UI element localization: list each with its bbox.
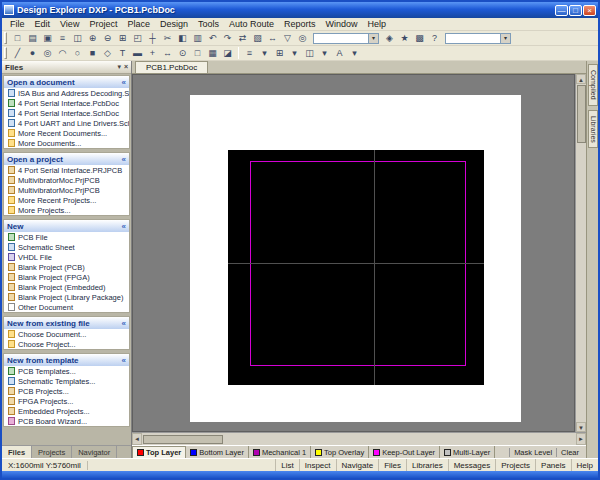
new-document-icon[interactable]: □: [10, 32, 25, 45]
undo-icon[interactable]: ↶: [205, 32, 220, 45]
arc-icon[interactable]: ◠: [55, 47, 70, 60]
move-object-icon[interactable]: ↔: [265, 32, 280, 45]
string-icon[interactable]: T: [115, 47, 130, 60]
list-item[interactable]: MultivibratorMoc.PrjPCB: [4, 175, 129, 185]
files-panel-header[interactable]: Files ▾ ×: [2, 61, 131, 74]
save-document-icon[interactable]: ▣: [40, 32, 55, 45]
open-document-icon[interactable]: ▤: [25, 32, 40, 45]
dropdown-arrow-icon[interactable]: ▾: [317, 47, 332, 60]
dock-tab[interactable]: Libraries: [588, 110, 598, 149]
layer-tab[interactable]: Keep-Out Layer: [369, 446, 440, 458]
status-bar-button[interactable]: Panels: [535, 459, 570, 471]
list-item[interactable]: ISA Bus and Address Decoding.SchDoc: [4, 88, 129, 98]
dropdown-arrow-icon[interactable]: ▾: [257, 47, 272, 60]
design-rules-icon[interactable]: ◈: [382, 32, 397, 45]
list-item[interactable]: Choose Document...: [4, 329, 129, 339]
origin-icon[interactable]: ⊙: [175, 47, 190, 60]
status-bar-button[interactable]: Inspect: [299, 459, 336, 471]
list-item[interactable]: Embedded Projects...: [4, 406, 129, 416]
status-bar-button[interactable]: Navigate: [336, 459, 379, 471]
line-icon[interactable]: ╱: [10, 47, 25, 60]
layer-tab[interactable]: Top Overlay: [311, 446, 369, 458]
grid-combo[interactable]: ▾: [313, 33, 379, 44]
chevron-down-icon[interactable]: ▾: [500, 34, 510, 43]
list-item[interactable]: Schematic Templates...: [4, 376, 129, 386]
dropdown-arrow-icon[interactable]: ▾: [347, 47, 362, 60]
status-bar-button[interactable]: Help: [571, 459, 598, 471]
fill-icon[interactable]: ■: [85, 47, 100, 60]
vertical-scrollbar[interactable]: ▲ ▼: [575, 74, 586, 432]
library-icon[interactable]: ▩: [412, 32, 427, 45]
close-icon[interactable]: ×: [124, 63, 128, 71]
title-bar[interactable]: Design Explorer DXP - PCB1.PcbDoc — □ ×: [2, 2, 598, 18]
component-icon[interactable]: ▬: [130, 47, 145, 60]
list-item[interactable]: PCB Projects...: [4, 386, 129, 396]
menu-item[interactable]: File: [5, 18, 30, 30]
list-item[interactable]: More Projects...: [4, 205, 129, 215]
print-icon[interactable]: ≡: [55, 32, 70, 45]
print-preview-icon[interactable]: ◫: [70, 32, 85, 45]
scroll-up-icon[interactable]: ▲: [576, 74, 586, 84]
toolbar-grip[interactable]: [4, 32, 7, 44]
list-item[interactable]: 4 Port UART and Line Drivers.SchDoc: [4, 118, 129, 128]
list-item[interactable]: More Recent Documents...: [4, 128, 129, 138]
list-item[interactable]: VHDL File: [4, 252, 129, 262]
grid-settings-icon[interactable]: ⊞: [272, 47, 287, 60]
mask-level-button[interactable]: Mask Level: [509, 448, 556, 457]
minimize-button[interactable]: —: [555, 5, 568, 16]
collapse-chevron-icon[interactable]: «: [122, 356, 126, 365]
toolbar-grip[interactable]: [4, 47, 7, 59]
list-item[interactable]: More Documents...: [4, 138, 129, 148]
select-area-icon[interactable]: ▧: [250, 32, 265, 45]
layer-tab[interactable]: Top Layer: [132, 446, 186, 458]
list-item[interactable]: FPGA Projects...: [4, 396, 129, 406]
menu-item[interactable]: Help: [363, 18, 392, 30]
annotate-icon[interactable]: A: [332, 47, 347, 60]
panel-tab[interactable]: Navigator: [72, 446, 117, 458]
status-bar-button[interactable]: Files: [378, 459, 406, 471]
copy-icon[interactable]: ◧: [175, 32, 190, 45]
list-item[interactable]: Blank Project (Embedded): [4, 282, 129, 292]
circle-icon[interactable]: ○: [70, 47, 85, 60]
section-header[interactable]: Open a document «: [4, 76, 129, 88]
chevron-down-icon[interactable]: ▾: [117, 63, 121, 71]
paste-icon[interactable]: ▥: [190, 32, 205, 45]
layer-tab[interactable]: Mechanical 1: [249, 446, 311, 458]
help-icon[interactable]: ?: [427, 32, 442, 45]
split-plane-icon[interactable]: ◪: [220, 47, 235, 60]
list-item[interactable]: Blank Project (PCB): [4, 262, 129, 272]
dropdown-arrow-icon[interactable]: ▾: [287, 47, 302, 60]
dock-tab[interactable]: Compiled: [588, 64, 598, 106]
dimension-icon[interactable]: ↔: [160, 47, 175, 60]
scroll-left-icon[interactable]: ◄: [132, 433, 142, 445]
panel-tab[interactable]: Files: [2, 446, 32, 458]
section-header[interactable]: New «: [4, 220, 129, 232]
align-objects-icon[interactable]: ≡: [242, 47, 257, 60]
status-bar-button[interactable]: Projects: [495, 459, 535, 471]
list-item[interactable]: PCB Templates...: [4, 366, 129, 376]
collapse-chevron-icon[interactable]: «: [122, 222, 126, 231]
zoom-out-icon[interactable]: ⊖: [100, 32, 115, 45]
room-icon[interactable]: □: [190, 47, 205, 60]
cut-icon[interactable]: ✂: [160, 32, 175, 45]
scroll-thumb[interactable]: [577, 85, 586, 143]
list-item[interactable]: 4 Port Serial Interface.SchDoc: [4, 108, 129, 118]
collapse-chevron-icon[interactable]: «: [122, 155, 126, 164]
status-bar-button[interactable]: Libraries: [406, 459, 448, 471]
menu-item[interactable]: View: [55, 18, 84, 30]
menu-item[interactable]: Auto Route: [224, 18, 279, 30]
cross-probe-icon[interactable]: ⇄: [235, 32, 250, 45]
browse-components-icon[interactable]: ◎: [295, 32, 310, 45]
horizontal-scrollbar[interactable]: ◄ ►: [132, 432, 586, 445]
status-bar-button[interactable]: Messages: [448, 459, 495, 471]
menu-item[interactable]: Tools: [193, 18, 224, 30]
list-item[interactable]: Other Document: [4, 302, 129, 312]
coordinate-icon[interactable]: +: [145, 47, 160, 60]
list-item[interactable]: Schematic Sheet: [4, 242, 129, 252]
paste-array-icon[interactable]: ▦: [205, 47, 220, 60]
chevron-down-icon[interactable]: ▾: [368, 34, 378, 43]
list-item[interactable]: MultivibratorMoc.PrjPCB: [4, 185, 129, 195]
polygon-icon[interactable]: ◇: [100, 47, 115, 60]
menu-item[interactable]: Edit: [30, 18, 56, 30]
section-header[interactable]: New from existing file «: [4, 317, 129, 329]
